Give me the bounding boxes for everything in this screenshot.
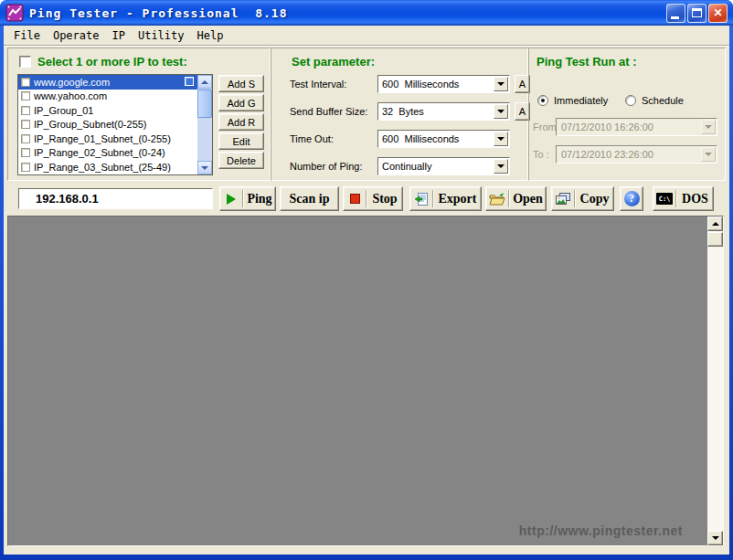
add-g-button[interactable]: Add G <box>218 94 264 111</box>
stop-button[interactable]: Stop <box>343 186 403 211</box>
copy-button[interactable]: Copy <box>551 186 614 211</box>
dos-console-icon: C:\ <box>653 193 675 205</box>
ip-listbox[interactable]: www.google.com www.yahoo.com IP_Group_01… <box>17 74 213 175</box>
ping-label: Ping <box>244 192 275 206</box>
app-icon <box>5 4 24 22</box>
schedule-radio[interactable] <box>625 95 636 106</box>
scroll-down-icon <box>712 536 719 540</box>
close-button[interactable]: ✕ <box>708 4 728 23</box>
list-item[interactable]: www.google.com <box>18 75 212 90</box>
watermark: http://www.pingtester.net <box>519 523 683 538</box>
copy-images-icon <box>552 193 574 205</box>
client-area: File Operate IP Utility Help Select 1 or… <box>4 26 729 555</box>
scroll-down-button[interactable] <box>197 161 212 174</box>
output-scrollbar[interactable] <box>707 217 723 545</box>
param-row-time-out: Time Out: 600 Milliseconds <box>271 130 527 149</box>
edit-button[interactable]: Edit <box>218 132 264 150</box>
dos-button[interactable]: C:\ DOS <box>653 186 714 211</box>
from-datetime-combobox: 07/12/2010 16:26:00 <box>556 118 717 136</box>
item-label: www.google.com <box>34 77 110 88</box>
menu-item-file[interactable]: File <box>7 27 47 44</box>
param-label: Test Interval: <box>290 79 346 90</box>
scroll-up-button[interactable] <box>197 75 212 89</box>
item-label: IP_Group_Subnet(0-255) <box>34 119 147 130</box>
scroll-thumb[interactable] <box>707 232 723 247</box>
to-row: To : 07/12/2010 23:26:00 <box>533 145 725 164</box>
export-document-icon <box>410 192 432 206</box>
close-icon: ✕ <box>709 5 727 22</box>
item-checkbox[interactable] <box>21 134 30 143</box>
buffer-size-combobox[interactable]: 32 Bytes <box>377 102 510 121</box>
item-label: IP_Range_02_Subnet_(0-24) <box>34 147 165 158</box>
app-window: Ping Tester - Professional 8.18 ✕ File O… <box>0 0 733 560</box>
chevron-down-icon <box>497 164 505 168</box>
item-label: IP_Group_01 <box>34 105 93 116</box>
combo-value: 600 Milliseconds <box>382 79 459 90</box>
time-out-combobox[interactable]: 600 Milliseconds <box>377 130 510 148</box>
combo-value: 600 Milliseconds <box>382 133 459 144</box>
ip-input[interactable] <box>18 188 213 209</box>
dropdown-button[interactable] <box>494 159 508 174</box>
ip-panel-header: Select 1 or more IP to test: <box>19 55 187 69</box>
menu-item-utility[interactable]: Utility <box>132 27 191 44</box>
open-label: Open <box>510 192 546 206</box>
test-interval-combobox[interactable]: 600 Milliseconds <box>377 75 510 93</box>
window-controls: ✕ <box>666 4 728 23</box>
schedule-label[interactable]: Schedule <box>642 95 684 106</box>
menu-bar: File Operate IP Utility Help <box>4 26 729 46</box>
item-checkbox[interactable] <box>21 148 30 157</box>
combo-value: 32 Bytes <box>382 106 424 117</box>
immediately-radio[interactable] <box>537 95 548 106</box>
list-scrollbar[interactable] <box>197 75 212 174</box>
open-button[interactable]: Open <box>485 186 547 211</box>
dropdown-button[interactable] <box>494 132 508 146</box>
chevron-down-icon <box>497 82 505 86</box>
scroll-down-icon <box>201 166 208 170</box>
toolbar: Ping Scan ip Stop Export <box>4 186 729 212</box>
menu-item-operate[interactable]: Operate <box>47 27 106 44</box>
selection-marker-icon <box>185 77 194 86</box>
scan-ip-button[interactable]: Scan ip <box>280 186 339 211</box>
select-all-checkbox[interactable] <box>19 56 31 68</box>
menu-item-help[interactable]: Help <box>191 27 230 44</box>
export-button[interactable]: Export <box>409 186 482 211</box>
param-label: Send Buffer Size: <box>290 106 367 117</box>
ping-count-combobox[interactable]: Continually <box>377 157 510 175</box>
item-checkbox[interactable] <box>21 91 30 100</box>
minimize-button[interactable] <box>666 4 685 23</box>
ip-select-panel: Select 1 or more IP to test: www.google.… <box>7 48 271 181</box>
menu-item-ip[interactable]: IP <box>105 27 131 44</box>
list-item[interactable]: IP_Range_01_Subnet_(0-255) <box>18 132 212 146</box>
immediately-label[interactable]: Immediately <box>554 95 608 106</box>
param-row-test-interval: Test Interval: 600 Milliseconds A <box>271 75 527 94</box>
delete-button[interactable]: Delete <box>218 152 264 169</box>
dropdown-button[interactable] <box>494 104 508 119</box>
item-checkbox[interactable] <box>21 106 30 115</box>
item-checkbox[interactable] <box>21 120 30 129</box>
help-button[interactable]: ? <box>620 186 643 211</box>
item-checkbox[interactable] <box>21 78 30 87</box>
list-item[interactable]: IP_Group_01 <box>18 103 212 118</box>
ping-button[interactable]: Ping <box>219 186 276 211</box>
ip-panel-heading: Select 1 or more IP to test: <box>37 55 187 69</box>
list-item[interactable]: www.yahoo.com <box>18 90 212 104</box>
scroll-up-button[interactable] <box>707 217 723 231</box>
copy-label: Copy <box>576 192 613 206</box>
param-label: Number of Ping: <box>290 161 362 172</box>
add-s-button[interactable]: Add S <box>218 75 264 92</box>
list-item[interactable]: IP_Range_02_Subnet_(0-24) <box>18 146 212 161</box>
item-checkbox[interactable] <box>21 163 30 172</box>
add-r-button[interactable]: Add R <box>218 113 264 131</box>
title-bar[interactable]: Ping Tester - Professional 8.18 ✕ <box>0 0 733 26</box>
to-label: To : <box>533 149 549 160</box>
ip-buttons-column: Add S Add G Add R Edit Delete <box>218 75 264 171</box>
maximize-button[interactable] <box>687 4 706 23</box>
list-item[interactable]: IP_Range_03_Subnet_(25-49) <box>18 160 212 174</box>
dropdown-button[interactable] <box>494 77 508 91</box>
scroll-thumb[interactable] <box>197 90 212 118</box>
scroll-down-button[interactable] <box>707 531 723 545</box>
list-item[interactable]: IP_Group_Subnet(0-255) <box>18 118 212 132</box>
ping-run-panel: Ping Test Run at : Immediately Schedule … <box>528 48 726 181</box>
to-datetime-combobox: 07/12/2010 23:26:00 <box>556 145 717 164</box>
play-icon <box>220 194 242 205</box>
